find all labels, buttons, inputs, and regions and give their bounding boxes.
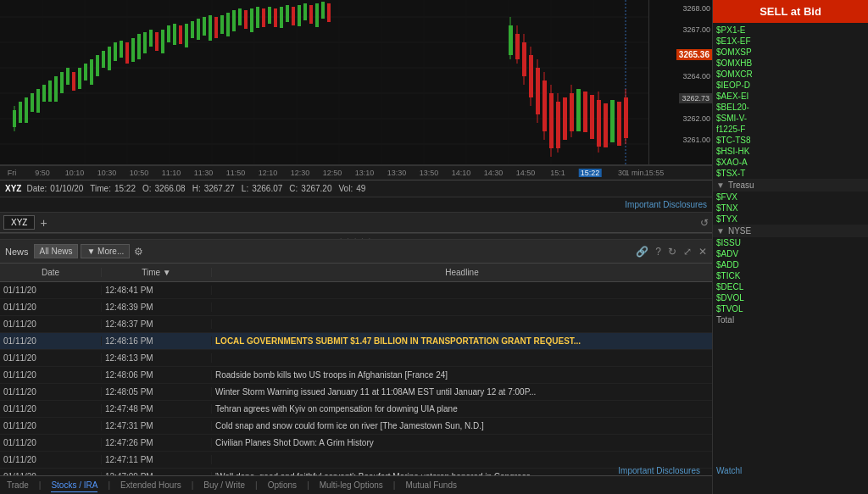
svg-rect-58 (226, 13, 230, 36)
treasury-chevron: ▼ (716, 180, 725, 190)
news-row-9[interactable]: 01/11/2012:47:26 PMCivilian Planes Shot … (0, 435, 712, 452)
disclosures-bar[interactable]: Important Disclosures (0, 197, 712, 213)
link-icon[interactable]: 🔗 (636, 246, 648, 258)
news-date-10: 01/11/20 (0, 455, 102, 464)
treasury-label: Treasu (728, 180, 754, 190)
time-column-header[interactable]: Time ▼ (102, 268, 212, 277)
svg-rect-69 (292, 7, 295, 25)
tab-xyz[interactable]: XYZ (3, 215, 35, 230)
time-1555: 15:55 (645, 169, 665, 177)
ticker-f1225[interactable]: f1225-F (713, 124, 868, 135)
ticker-add[interactable]: $ADD (713, 259, 868, 270)
more-filter-button[interactable]: ▼ More... (81, 244, 130, 258)
svg-rect-24 (25, 97, 28, 123)
ticker-tsx[interactable]: $TSX-T (713, 168, 868, 179)
svg-rect-35 (90, 59, 93, 85)
tab-refresh-button[interactable]: ↺ (700, 217, 709, 229)
svg-rect-101 (610, 100, 615, 142)
open-label: O: (142, 184, 152, 193)
svg-rect-54 (203, 17, 206, 36)
close-icon[interactable]: ✕ (698, 246, 707, 258)
ticker-aex[interactable]: $AEX-EI (713, 91, 868, 102)
sell-button[interactable]: SELL at Bid (713, 0, 868, 23)
ticker-omxcr[interactable]: $OMXCR (713, 69, 868, 80)
ticker-fvx[interactable]: $FVX (713, 191, 868, 203)
time-label-sym: Time: (90, 184, 111, 193)
ticker-total[interactable]: Total (713, 314, 868, 325)
vol-label: Vol: (339, 184, 353, 193)
bottom-tab-options[interactable]: Options (268, 479, 297, 491)
news-row-2[interactable]: 01/11/2012:48:37 PM (0, 316, 712, 333)
time-1150: 11:50 (226, 169, 246, 177)
time-1230: 12:30 (291, 169, 310, 177)
bottom-tab-stocks[interactable]: Stocks / IRA (51, 479, 97, 492)
ticker-ieop[interactable]: $IEOP-D (713, 80, 868, 91)
drag-handle[interactable]: . . . . . (0, 233, 712, 240)
ticker-decl[interactable]: $DECL (713, 281, 868, 292)
ticker-tyx[interactable]: $TYX (713, 214, 868, 225)
svg-rect-52 (191, 21, 194, 38)
news-row-5[interactable]: 01/11/2012:48:06 PMRoadside bomb kills t… (0, 367, 712, 384)
low-label: L: (242, 184, 248, 193)
news-settings-button[interactable]: ⚙ (134, 246, 143, 258)
time-151: 15:1 (550, 169, 565, 177)
ticker-list-1: $PX1-E $E1X-EF $OMXSP $OMXHB $OMXCR $IEO… (713, 25, 868, 179)
price-3267: 3267.00 (682, 25, 710, 34)
ticker-hsihk[interactable]: $HSI-HK (713, 146, 868, 157)
news-row-8[interactable]: 01/11/2012:47:31 PMCold snap and snow co… (0, 418, 712, 435)
news-date-8: 01/11/20 (0, 421, 102, 430)
news-row-10[interactable]: 01/11/2012:47:11 PM (0, 452, 712, 469)
all-news-button[interactable]: All News (34, 244, 79, 258)
bottom-tab-buy-write[interactable]: Buy / Write (203, 479, 245, 491)
svg-rect-71 (303, 3, 307, 20)
treasury-section-header[interactable]: ▼ Treasu (713, 179, 868, 191)
svg-rect-34 (84, 64, 87, 80)
news-time-1: 12:48:39 PM (102, 303, 212, 312)
time-axis: Fri 9:50 10:10 10:30 10:50 11:10 11:30 1… (0, 165, 712, 180)
ticker-tnx[interactable]: $TNX (713, 203, 868, 214)
time-1250: 12:50 (323, 169, 342, 177)
price-3261: 3261.00 (682, 136, 710, 144)
ticker-omxsp[interactable]: $OMXSP (713, 47, 868, 58)
tab-add-button[interactable]: + (36, 216, 50, 230)
bottom-tab-multileg[interactable]: Multi-leg Options (320, 479, 383, 491)
ticker-tick[interactable]: $TICK (713, 270, 868, 281)
ticker-dvol[interactable]: $DVOL (713, 292, 868, 303)
ticker-omxhb[interactable]: $OMXHB (713, 58, 868, 69)
ticker-xaoa[interactable]: $XAO-A (713, 157, 868, 168)
news-row-0[interactable]: 01/11/2012:48:41 PM (0, 282, 712, 299)
ticker-px1[interactable]: $PX1-E (713, 25, 868, 36)
news-headline-9: Civilian Planes Shot Down: A Grim Histor… (212, 438, 712, 447)
time-950: 9:50 (35, 169, 50, 177)
svg-rect-64 (262, 8, 265, 27)
news-disclosures[interactable]: Important Disclosures (618, 466, 700, 475)
ticker-tvol[interactable]: $TVOL (713, 303, 868, 314)
expand-icon[interactable]: ⤢ (683, 246, 692, 258)
nyse-section-header[interactable]: ▼ NYSE (713, 225, 868, 237)
news-section: News All News ▼ More... ⚙ 🔗 ? ↻ ⤢ ✕ Date… (0, 240, 712, 494)
news-row-6[interactable]: 01/11/2012:48:05 PMWinter Storm Warning … (0, 384, 712, 401)
ticker-tcts8[interactable]: $TC-TS8 (713, 135, 868, 146)
svg-rect-45 (149, 30, 153, 47)
ticker-e1x[interactable]: $E1X-EF (713, 36, 868, 47)
news-row-4[interactable]: 01/11/2012:48:13 PM (0, 350, 712, 367)
watchlist-link[interactable]: Watchl (716, 466, 742, 475)
svg-rect-97 (590, 95, 594, 139)
svg-rect-95 (576, 89, 581, 131)
ticker-bel20[interactable]: $BEL20- (713, 102, 868, 113)
bottom-tab-trade[interactable]: Trade (7, 479, 29, 491)
news-row-7[interactable]: 01/11/2012:47:48 PMTehran agrees with Ky… (0, 401, 712, 418)
ticker-smi[interactable]: $SMI-V- (713, 113, 868, 124)
news-headline-6: Winter Storm Warning issued January 11 a… (212, 387, 712, 397)
bottom-tab-extended[interactable]: Extended Hours (120, 479, 181, 491)
help-icon[interactable]: ? (655, 246, 661, 258)
refresh-icon[interactable]: ↻ (668, 246, 676, 258)
svg-rect-48 (167, 25, 170, 42)
ticker-adv[interactable]: $ADV (713, 248, 868, 259)
bottom-tab-mutual[interactable]: Mutual Funds (405, 479, 457, 491)
news-row-1[interactable]: 01/11/2012:48:39 PM (0, 299, 712, 316)
news-headline-8: Cold snap and snow could form ice on riv… (212, 421, 712, 430)
svg-rect-27 (42, 85, 46, 102)
ticker-issu[interactable]: $ISSU (713, 237, 868, 248)
news-row-3[interactable]: 01/11/2012:48:16 PMLOCAL GOVERNMENTS SUB… (0, 333, 712, 350)
